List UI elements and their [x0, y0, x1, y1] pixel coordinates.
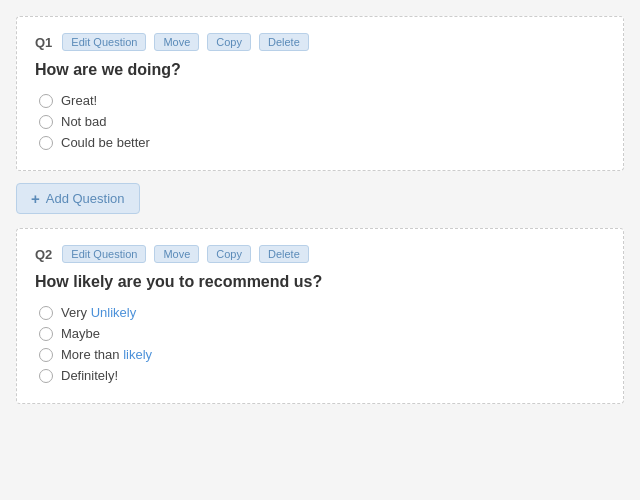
radio-icon	[39, 136, 53, 150]
card-header-2: Q2 Edit Question Move Copy Delete	[35, 245, 605, 263]
highlight-text: likely	[123, 347, 152, 362]
card-header-1: Q1 Edit Question Move Copy Delete	[35, 33, 605, 51]
question-number-2: Q2	[35, 247, 52, 262]
add-question-button[interactable]: + Add Question	[16, 183, 140, 214]
move-btn-2[interactable]: Move	[154, 245, 199, 263]
option-label: Could be better	[61, 135, 150, 150]
copy-btn-2[interactable]: Copy	[207, 245, 251, 263]
copy-btn-1[interactable]: Copy	[207, 33, 251, 51]
option-label: Very Unlikely	[61, 305, 136, 320]
highlight-text: Unlikely	[91, 305, 137, 320]
option-item: Very Unlikely	[39, 305, 605, 320]
radio-icon	[39, 369, 53, 383]
option-item: Could be better	[39, 135, 605, 150]
delete-btn-1[interactable]: Delete	[259, 33, 309, 51]
options-list-2: Very Unlikely Maybe More than likely Def…	[35, 305, 605, 383]
option-item: Great!	[39, 93, 605, 108]
option-label: Not bad	[61, 114, 107, 129]
radio-icon	[39, 94, 53, 108]
radio-icon	[39, 115, 53, 129]
radio-icon	[39, 306, 53, 320]
option-label: Definitely!	[61, 368, 118, 383]
edit-question-btn-1[interactable]: Edit Question	[62, 33, 146, 51]
question-text-1: How are we doing?	[35, 61, 605, 79]
delete-btn-2[interactable]: Delete	[259, 245, 309, 263]
question-card-2: Q2 Edit Question Move Copy Delete How li…	[16, 228, 624, 404]
question-number-1: Q1	[35, 35, 52, 50]
plus-icon: +	[31, 190, 40, 207]
move-btn-1[interactable]: Move	[154, 33, 199, 51]
option-label: Great!	[61, 93, 97, 108]
options-list-1: Great! Not bad Could be better	[35, 93, 605, 150]
option-label: Maybe	[61, 326, 100, 341]
option-item: Maybe	[39, 326, 605, 341]
radio-icon	[39, 348, 53, 362]
option-item: Definitely!	[39, 368, 605, 383]
edit-question-btn-2[interactable]: Edit Question	[62, 245, 146, 263]
option-item: Not bad	[39, 114, 605, 129]
radio-icon	[39, 327, 53, 341]
add-question-label: Add Question	[46, 191, 125, 206]
option-item: More than likely	[39, 347, 605, 362]
question-text-2: How likely are you to recommend us?	[35, 273, 605, 291]
option-label: More than likely	[61, 347, 152, 362]
question-card-1: Q1 Edit Question Move Copy Delete How ar…	[16, 16, 624, 171]
